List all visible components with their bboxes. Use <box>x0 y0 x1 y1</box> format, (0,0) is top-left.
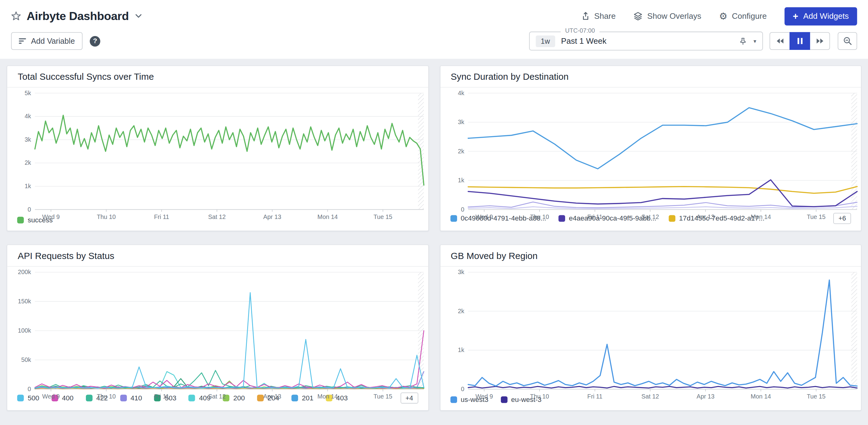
overlays-icon <box>633 12 643 21</box>
add-variable-button[interactable]: Add Variable <box>11 32 83 50</box>
svg-text:200k: 200k <box>18 269 31 275</box>
svg-text:Fri 11: Fri 11 <box>154 213 169 220</box>
configure-button[interactable]: ⚙ Configure <box>719 11 767 21</box>
chart-title: Total Successful Syncs over Time <box>7 66 428 88</box>
svg-text:Thu 10: Thu 10 <box>530 213 549 220</box>
svg-text:2k: 2k <box>458 308 464 314</box>
dashboard-app: Airbyte Dashboard Share Show Overlays ⚙ … <box>0 0 868 425</box>
chart-canvas[interactable]: 01k2k3k4k5kWed 9Thu 10Fri 11Sat 12Apr 13… <box>7 88 428 222</box>
svg-text:3k: 3k <box>458 119 464 125</box>
chart-plot[interactable]: 01k2k3kWed 9Thu 10Fri 11Sat 12Apr 13Mon … <box>440 267 861 394</box>
svg-text:0: 0 <box>461 386 464 392</box>
add-widgets-button[interactable]: + Add Widgets <box>784 7 857 25</box>
svg-text:0: 0 <box>461 206 464 213</box>
svg-text:4k: 4k <box>458 90 464 96</box>
svg-text:Sat 12: Sat 12 <box>208 213 226 220</box>
chart-plot[interactable]: 01k2k3k4kWed 9Thu 10Fri 11Sat 12Apr 13Mo… <box>440 88 861 211</box>
svg-text:50k: 50k <box>21 356 31 363</box>
pin-icon[interactable] <box>739 37 747 45</box>
svg-text:Tue 15: Tue 15 <box>806 213 825 220</box>
widget-card-total-successful-syncs: Total Successful Syncs over Time 01k2k3k… <box>7 65 429 231</box>
svg-text:Apr 13: Apr 13 <box>696 213 714 220</box>
svg-text:150k: 150k <box>18 298 31 305</box>
svg-text:0: 0 <box>28 386 31 392</box>
svg-text:Sat 12: Sat 12 <box>641 213 659 220</box>
svg-text:Fri 11: Fri 11 <box>587 213 602 220</box>
svg-text:Tue 15: Tue 15 <box>374 213 393 220</box>
svg-text:Apr 13: Apr 13 <box>263 393 281 400</box>
svg-text:100k: 100k <box>18 327 31 334</box>
svg-text:3k: 3k <box>458 269 464 275</box>
help-icon[interactable]: ? <box>90 36 100 46</box>
svg-text:0: 0 <box>28 206 31 213</box>
show-overlays-button[interactable]: Show Overlays <box>633 12 702 21</box>
dashboard-title: Airbyte Dashboard <box>27 9 129 23</box>
svg-text:2k: 2k <box>458 148 464 155</box>
header-row-1: Airbyte Dashboard Share Show Overlays ⚙ … <box>11 4 857 28</box>
widget-card-sync-duration: Sync Duration by Destination 01k2k3k4kWe… <box>439 65 862 231</box>
chart-title: GB Moved by Region <box>440 245 861 267</box>
svg-text:Thu 10: Thu 10 <box>97 213 116 220</box>
svg-text:5k: 5k <box>25 90 31 96</box>
favorite-star-icon[interactable] <box>11 11 21 21</box>
timezone-label: UTC-07:00 <box>561 27 599 34</box>
svg-text:Mon 14: Mon 14 <box>750 393 771 400</box>
chart-title: Sync Duration by Destination <box>440 66 861 88</box>
svg-text:Thu 10: Thu 10 <box>530 393 549 400</box>
plus-icon: + <box>793 11 799 21</box>
time-controls: UTC-07:00 1w Past 1 Week ▾ <box>529 32 857 51</box>
add-variable-label: Add Variable <box>31 37 75 45</box>
svg-text:Wed 9: Wed 9 <box>475 213 493 220</box>
time-forward-button[interactable] <box>809 32 830 50</box>
zoom-out-button[interactable] <box>838 32 857 50</box>
svg-text:1k: 1k <box>458 346 464 353</box>
add-widgets-label: Add Widgets <box>803 12 849 21</box>
svg-text:4k: 4k <box>25 113 31 120</box>
svg-text:1k: 1k <box>25 183 31 189</box>
show-overlays-label: Show Overlays <box>647 12 702 21</box>
svg-text:2k: 2k <box>25 159 31 166</box>
header: Airbyte Dashboard Share Show Overlays ⚙ … <box>0 0 868 59</box>
time-range-picker[interactable]: UTC-07:00 1w Past 1 Week ▾ <box>529 32 763 51</box>
time-range-badge: 1w <box>536 35 555 47</box>
header-actions: Share Show Overlays ⚙ Configure + Add Wi… <box>581 7 857 25</box>
svg-text:Apr 13: Apr 13 <box>696 393 714 400</box>
time-backward-button[interactable] <box>770 32 790 50</box>
chart-plot[interactable]: 050k100k150k200kWed 9Thu 10Fri 11Sat 12A… <box>7 267 428 390</box>
svg-text:Wed 9: Wed 9 <box>475 393 493 400</box>
share-button[interactable]: Share <box>581 12 616 21</box>
svg-text:Fri 11: Fri 11 <box>587 393 602 400</box>
svg-text:Wed 9: Wed 9 <box>42 213 60 220</box>
svg-text:Tue 15: Tue 15 <box>374 393 393 400</box>
time-shift-buttons <box>770 32 830 50</box>
svg-text:Mon 14: Mon 14 <box>750 213 771 220</box>
svg-text:Mon 14: Mon 14 <box>317 393 338 400</box>
widget-card-api-requests: API Requests by Status 050k100k150k200kW… <box>7 245 429 411</box>
chart-plot[interactable]: 01k2k3k4k5kWed 9Thu 10Fri 11Sat 12Apr 13… <box>7 88 428 214</box>
time-range-label: Past 1 Week <box>561 37 607 45</box>
title-chevron-down-icon[interactable] <box>135 14 142 18</box>
svg-text:Mon 14: Mon 14 <box>317 213 338 220</box>
chart-canvas[interactable]: 050k100k150k200kWed 9Thu 10Fri 11Sat 12A… <box>7 267 428 401</box>
chart-canvas[interactable]: 01k2k3kWed 9Thu 10Fri 11Sat 12Apr 13Mon … <box>440 267 861 401</box>
svg-text:Thu 10: Thu 10 <box>97 393 116 400</box>
svg-text:1k: 1k <box>458 177 464 184</box>
widget-grid: Total Successful Syncs over Time 01k2k3k… <box>0 59 868 418</box>
widget-card-gb-moved: GB Moved by Region 01k2k3kWed 9Thu 10Fri… <box>439 245 862 411</box>
svg-text:Apr 13: Apr 13 <box>263 213 281 220</box>
configure-label: Configure <box>732 12 767 21</box>
chart-canvas[interactable]: 01k2k3k4kWed 9Thu 10Fri 11Sat 12Apr 13Mo… <box>440 88 861 222</box>
share-label: Share <box>594 12 616 21</box>
svg-text:Tue 15: Tue 15 <box>806 393 825 400</box>
time-pause-button[interactable] <box>789 32 810 50</box>
header-row-2: Add Variable ? UTC-07:00 1w Past 1 Week … <box>11 31 857 51</box>
chart-title: API Requests by Status <box>7 245 428 267</box>
gear-icon: ⚙ <box>719 11 727 21</box>
filter-icon <box>19 38 26 44</box>
svg-text:Sat 12: Sat 12 <box>641 393 659 400</box>
svg-text:Fri 11: Fri 11 <box>154 393 169 400</box>
caret-down-icon[interactable]: ▾ <box>753 38 756 44</box>
svg-text:Wed 9: Wed 9 <box>42 393 60 400</box>
share-icon <box>581 12 590 21</box>
svg-text:3k: 3k <box>25 136 31 143</box>
